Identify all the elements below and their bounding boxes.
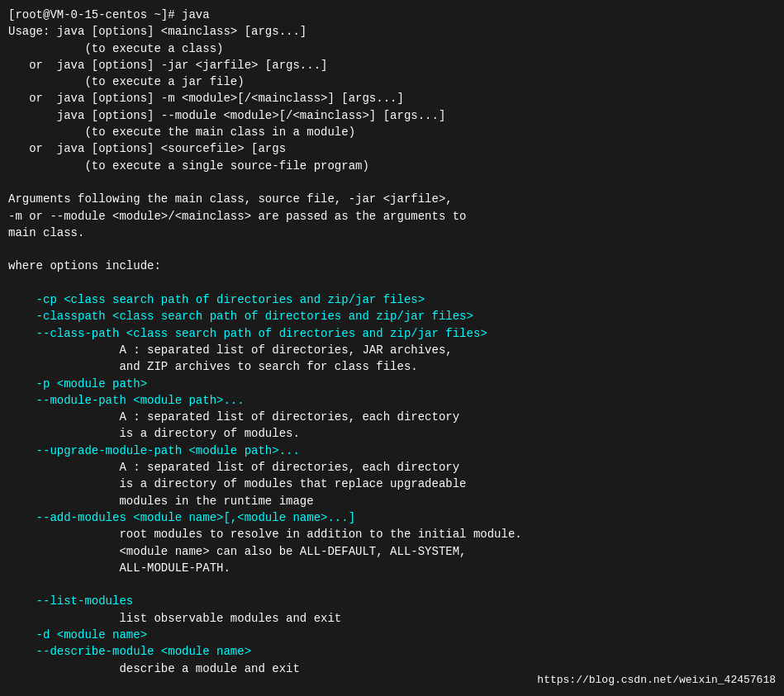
terminal-line: <module name> can also be ALL-DEFAULT, A… — [8, 543, 776, 560]
terminal-line: list observable modules and exit — [8, 610, 776, 627]
terminal-line: java [options] --module <module>[/<mainc… — [8, 107, 776, 124]
terminal-line — [8, 241, 776, 258]
terminal-line: modules in the runtime image — [8, 493, 776, 509]
terminal-line: -cp <class search path of directories an… — [8, 291, 776, 308]
terminal-window: [root@VM-0-15-centos ~]# java Usage: jav… — [0, 0, 784, 696]
terminal-line — [8, 174, 776, 191]
terminal-line: --describe-module <module name> — [8, 643, 776, 660]
terminal-line: (to execute a class) — [8, 40, 776, 57]
terminal-line: A : separated list of directories, JAR a… — [8, 342, 776, 358]
terminal-line: (to execute the main class in a module) — [8, 124, 776, 140]
terminal-line: A : separated list of directories, each … — [8, 409, 776, 425]
terminal-line: or java [options] -jar <jarfile> [args..… — [8, 57, 776, 73]
terminal-line: Arguments following the main class, sour… — [8, 191, 776, 207]
terminal-line: A : separated list of directories, each … — [8, 459, 776, 476]
terminal-line — [8, 576, 776, 593]
terminal-line: --upgrade-module-path <module path>... — [8, 443, 776, 459]
terminal-line: main class. — [8, 225, 776, 241]
terminal-line: or java [options] <sourcefile> [args — [8, 140, 776, 157]
terminal-line: --list-modules — [8, 593, 776, 609]
terminal-line: -classpath <class search path of directo… — [8, 308, 776, 324]
terminal-line: --module-path <module path>... — [8, 392, 776, 409]
terminal-line: Usage: java [options] <mainclass> [args.… — [8, 23, 776, 40]
terminal-line: is a directory of modules that replace u… — [8, 476, 776, 492]
prompt-line: [root@VM-0-15-centos ~]# java — [8, 7, 776, 23]
terminal-line — [8, 275, 776, 291]
terminal-line: ALL-MODULE-PATH. — [8, 560, 776, 576]
terminal-line: (to execute a single source-file program… — [8, 158, 776, 174]
terminal-line: -d <module name> — [8, 627, 776, 643]
watermark: https://blog.csdn.net/weixin_42457618 — [537, 674, 776, 686]
terminal-line: -p <module path> — [8, 376, 776, 392]
terminal-line: root modules to resolve in addition to t… — [8, 526, 776, 542]
terminal-output: Usage: java [options] <mainclass> [args.… — [8, 23, 776, 677]
terminal-line: -m or --module <module>/<mainclass> are … — [8, 208, 776, 225]
terminal-line: (to execute a jar file) — [8, 73, 776, 90]
terminal-line: or java [options] -m <module>[/<mainclas… — [8, 90, 776, 107]
terminal-line: and ZIP archives to search for class fil… — [8, 358, 776, 375]
terminal-line: --class-path <class search path of direc… — [8, 325, 776, 342]
terminal-line: where options include: — [8, 258, 776, 274]
terminal-line: is a directory of modules. — [8, 425, 776, 442]
terminal-line: --add-modules <module name>[,<module nam… — [8, 509, 776, 526]
